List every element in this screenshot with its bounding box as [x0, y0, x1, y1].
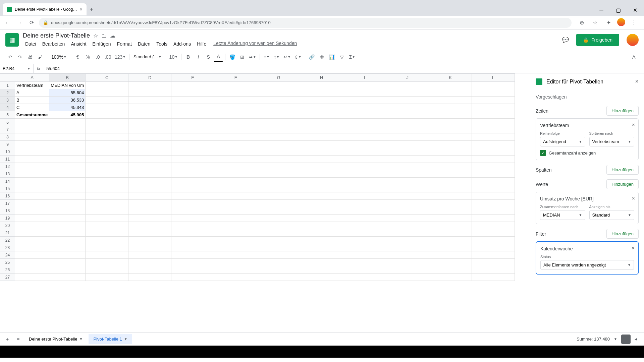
filter-icon[interactable]: ▽: [337, 52, 347, 62]
cell[interactable]: [15, 229, 49, 237]
remove-row-field-icon[interactable]: ×: [632, 122, 635, 128]
new-tab-button[interactable]: +: [90, 6, 94, 13]
cell[interactable]: [214, 266, 257, 274]
cell[interactable]: [128, 119, 171, 126]
menu-data[interactable]: Daten: [136, 41, 153, 47]
cell[interactable]: [214, 237, 257, 244]
cell[interactable]: [214, 141, 257, 148]
cell[interactable]: [171, 215, 214, 222]
cell[interactable]: [171, 185, 214, 192]
cell[interactable]: [49, 192, 86, 200]
cell[interactable]: [300, 111, 343, 119]
cell[interactable]: [86, 222, 128, 229]
add-sheet-icon[interactable]: +: [3, 335, 12, 344]
cell[interactable]: [257, 185, 300, 192]
cell[interactable]: [300, 244, 343, 251]
cell[interactable]: [300, 251, 343, 259]
cell[interactable]: Gesamtsumme: [15, 111, 49, 119]
cell[interactable]: [257, 97, 300, 104]
cell[interactable]: [214, 111, 257, 119]
cell[interactable]: [300, 192, 343, 200]
browser-tab[interactable]: Deine erste Pivot-Tabelle - Goog… ×: [3, 3, 87, 15]
cell[interactable]: [429, 170, 472, 178]
cell[interactable]: [343, 104, 386, 111]
extensions-icon[interactable]: ✦: [604, 18, 613, 27]
cell[interactable]: [171, 266, 214, 274]
cell[interactable]: [257, 126, 300, 133]
document-title[interactable]: Deine erste Pivot-Tabelle: [23, 32, 90, 39]
show-as-select[interactable]: Standard▼: [589, 210, 635, 220]
cell[interactable]: [300, 82, 343, 89]
cell[interactable]: [429, 229, 472, 237]
sheets-logo-icon[interactable]: ▦: [5, 33, 19, 47]
cell[interactable]: [86, 178, 128, 185]
cell[interactable]: [214, 229, 257, 237]
row-header[interactable]: 10: [0, 148, 15, 156]
cell[interactable]: [257, 215, 300, 222]
cell[interactable]: [171, 222, 214, 229]
back-icon[interactable]: ←: [3, 18, 12, 27]
share-button[interactable]: 🔒 Freigeben: [576, 34, 619, 46]
cell[interactable]: [49, 163, 86, 170]
cell[interactable]: [257, 178, 300, 185]
row-header[interactable]: 6: [0, 119, 15, 126]
cell[interactable]: [257, 237, 300, 244]
number-format-select[interactable]: 123 ▼: [113, 52, 127, 62]
cell[interactable]: [171, 163, 214, 170]
cell[interactable]: [214, 244, 257, 251]
cell[interactable]: [343, 200, 386, 207]
cell[interactable]: [343, 259, 386, 266]
column-header[interactable]: A: [15, 74, 49, 82]
cell[interactable]: [49, 126, 86, 133]
cell[interactable]: [171, 251, 214, 259]
cell[interactable]: 55.604: [49, 89, 86, 97]
formula-input[interactable]: 55.604: [44, 66, 644, 71]
cell[interactable]: [343, 185, 386, 192]
cell[interactable]: [128, 229, 171, 237]
cell[interactable]: [86, 229, 128, 237]
row-header[interactable]: 21: [0, 229, 15, 237]
cell[interactable]: [300, 229, 343, 237]
cell[interactable]: [214, 207, 257, 215]
cell[interactable]: [128, 133, 171, 141]
row-header[interactable]: 24: [0, 251, 15, 259]
cell[interactable]: Vertriebsteam: [15, 82, 49, 89]
cell[interactable]: [171, 274, 214, 281]
cell[interactable]: [257, 244, 300, 251]
cell[interactable]: [386, 148, 429, 156]
cell[interactable]: [343, 89, 386, 97]
cell[interactable]: [472, 104, 515, 111]
cell[interactable]: [472, 82, 515, 89]
cell[interactable]: [386, 126, 429, 133]
cell[interactable]: [128, 266, 171, 274]
cell[interactable]: [128, 215, 171, 222]
undo-icon[interactable]: ↶: [5, 52, 15, 62]
cell[interactable]: [214, 126, 257, 133]
column-header[interactable]: E: [171, 74, 214, 82]
add-row-button[interactable]: Hinzufügen: [606, 106, 639, 116]
row-header[interactable]: 11: [0, 156, 15, 163]
cell[interactable]: [343, 192, 386, 200]
cell[interactable]: [386, 266, 429, 274]
status-sum[interactable]: Summe: 137.480: [577, 337, 610, 342]
fill-color-icon[interactable]: 🪣: [227, 52, 237, 62]
row-header[interactable]: 15: [0, 185, 15, 192]
cell[interactable]: [386, 222, 429, 229]
cell[interactable]: [86, 104, 128, 111]
status-select[interactable]: Alle Elemente werden angezeigt▼: [540, 260, 634, 270]
cell[interactable]: [343, 148, 386, 156]
cell[interactable]: [86, 97, 128, 104]
cell[interactable]: [386, 185, 429, 192]
menu-edit[interactable]: Bearbeiten: [40, 41, 67, 47]
cell[interactable]: [472, 170, 515, 178]
cell[interactable]: [343, 133, 386, 141]
row-header[interactable]: 3: [0, 97, 15, 104]
cell[interactable]: [49, 215, 86, 222]
cell[interactable]: [128, 192, 171, 200]
cell[interactable]: [86, 111, 128, 119]
cell[interactable]: [171, 259, 214, 266]
cell[interactable]: [49, 185, 86, 192]
cell[interactable]: [300, 207, 343, 215]
collapse-toolbar-icon[interactable]: ᐱ: [629, 52, 639, 62]
close-tab-icon[interactable]: ×: [79, 7, 82, 12]
